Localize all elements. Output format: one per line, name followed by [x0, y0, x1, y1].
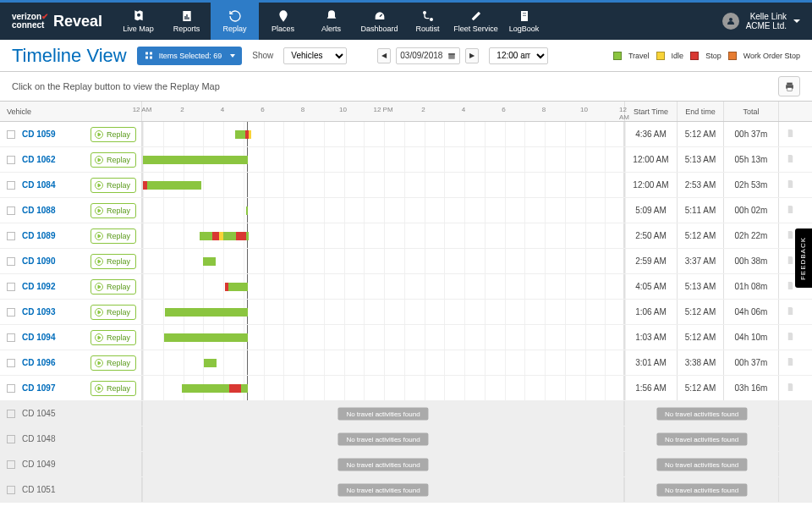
document-icon[interactable]: [786, 204, 795, 217]
row-checkbox[interactable]: [7, 206, 15, 215]
total-time: 00h 38m: [723, 249, 778, 273]
replay-button[interactable]: Replay: [91, 203, 136, 218]
timeline-segment[interactable]: [143, 156, 248, 164]
nav-live-map[interactable]: Live Map: [114, 3, 162, 40]
vehicle-link[interactable]: CD 1096: [22, 358, 55, 367]
replay-button[interactable]: Replay: [91, 127, 136, 142]
vehicle-link[interactable]: CD 1090: [22, 256, 55, 266]
vehicle-link[interactable]: CD 1062: [22, 155, 55, 164]
timeline-segment[interactable]: [246, 206, 248, 215]
timeline-segment[interactable]: [235, 130, 245, 139]
row-checkbox[interactable]: [7, 181, 15, 190]
vehicle-link[interactable]: CD 1088: [22, 206, 55, 215]
timeline-segment[interactable]: [200, 232, 212, 240]
svg-rect-3: [186, 14, 187, 19]
date-prev-button[interactable]: ◀: [377, 48, 391, 63]
document-icon[interactable]: [786, 128, 795, 140]
nav-alerts[interactable]: Alerts: [307, 3, 355, 40]
nav-fleet-service[interactable]: Fleet Service: [452, 3, 500, 40]
document-icon[interactable]: [786, 229, 795, 242]
svg-marker-34: [98, 285, 101, 289]
nav-reports[interactable]: Reports: [162, 3, 211, 40]
show-select[interactable]: Vehicles: [283, 47, 347, 64]
nav-routist[interactable]: Routist: [403, 3, 452, 40]
document-icon[interactable]: [786, 356, 795, 369]
timeline-segment[interactable]: [182, 384, 229, 393]
document-icon[interactable]: [786, 280, 795, 293]
timeline-segment[interactable]: [164, 333, 248, 342]
vehicle-link[interactable]: CD 1059: [22, 129, 55, 139]
start-time: 4:05 AM: [624, 274, 677, 299]
timeline-segment[interactable]: [203, 257, 216, 266]
svg-point-0: [137, 14, 140, 17]
feedback-tab[interactable]: FEEDBACK: [795, 228, 812, 288]
replay-button[interactable]: Replay: [91, 381, 136, 396]
vehicle-link[interactable]: CD 1049: [22, 460, 55, 469]
row-checkbox[interactable]: [7, 486, 15, 494]
replay-button[interactable]: Replay: [91, 355, 136, 371]
document-icon[interactable]: [786, 179, 795, 191]
row-checkbox[interactable]: [7, 359, 15, 367]
replay-button[interactable]: Replay: [91, 228, 136, 244]
row-checkbox[interactable]: [7, 333, 15, 342]
col-start: Start Time: [624, 102, 677, 121]
document-icon[interactable]: [786, 382, 795, 394]
row-checkbox[interactable]: [7, 410, 15, 418]
document-icon[interactable]: [786, 255, 795, 267]
vehicle-link[interactable]: CD 1084: [22, 180, 55, 190]
replay-button[interactable]: Replay: [91, 305, 136, 320]
row-checkbox[interactable]: [7, 435, 15, 443]
timeline-segment[interactable]: [246, 232, 249, 240]
timeline-segment[interactable]: [229, 384, 241, 393]
timeline-segment[interactable]: [212, 232, 219, 240]
print-button[interactable]: [778, 76, 800, 96]
replay-button[interactable]: Replay: [91, 330, 136, 345]
timeline-segment[interactable]: [236, 232, 246, 240]
total-time: 03h 16m: [723, 376, 778, 400]
timeline-segment[interactable]: [249, 130, 251, 139]
row-checkbox[interactable]: [7, 232, 15, 240]
replay-button[interactable]: Replay: [91, 178, 136, 193]
document-icon[interactable]: [786, 306, 795, 318]
timeline-segment[interactable]: [228, 283, 248, 291]
timeline-segment[interactable]: [204, 359, 217, 367]
row-checkbox[interactable]: [7, 283, 15, 291]
row-checkbox[interactable]: [7, 257, 15, 266]
total-time: 04h 06m: [723, 300, 778, 324]
show-label: Show: [252, 51, 273, 60]
vehicle-link[interactable]: CD 1051: [22, 485, 55, 494]
vehicle-link[interactable]: CD 1089: [22, 231, 55, 240]
vehicle-link[interactable]: CD 1097: [22, 383, 55, 393]
row-checkbox[interactable]: [7, 308, 15, 317]
timeline-segment[interactable]: [147, 181, 201, 190]
date-next-button[interactable]: ▶: [465, 48, 479, 63]
items-selected-button[interactable]: Items Selected: 69: [137, 47, 243, 65]
timeline-segment[interactable]: [165, 308, 248, 317]
document-icon[interactable]: [786, 331, 795, 344]
vehicle-link[interactable]: CD 1092: [22, 282, 55, 291]
row-checkbox[interactable]: [7, 460, 15, 469]
row-checkbox[interactable]: [7, 130, 15, 139]
replay-button[interactable]: Replay: [91, 254, 136, 269]
start-time: 4:36 AM: [624, 122, 677, 146]
nav-dashboard[interactable]: Dashboard: [355, 3, 403, 40]
row-checkbox[interactable]: [7, 156, 15, 164]
vehicle-link[interactable]: CD 1048: [22, 434, 55, 443]
vehicle-link[interactable]: CD 1094: [22, 333, 55, 342]
vehicle-link[interactable]: CD 1093: [22, 307, 55, 317]
replay-button[interactable]: Replay: [91, 152, 136, 168]
time-select[interactable]: 12:00 am: [489, 47, 548, 64]
timeline-segment[interactable]: [241, 384, 248, 393]
vehicle-link[interactable]: CD 1045: [22, 409, 55, 418]
table-header: Vehicle 12 AM24681012 PM24681012 AM Star…: [0, 102, 812, 122]
user-menu[interactable]: Kelle LinkACME Ltd.: [722, 12, 812, 30]
nav-places[interactable]: Places: [259, 3, 307, 40]
date-input[interactable]: 03/09/2018: [396, 47, 460, 64]
document-icon[interactable]: [786, 153, 795, 166]
nav-logbook[interactable]: LogBook: [500, 3, 548, 40]
nav-replay[interactable]: Replay: [211, 3, 259, 40]
timeline-segment[interactable]: [223, 232, 236, 240]
start-time: 3:01 AM: [624, 350, 677, 375]
row-checkbox[interactable]: [7, 384, 15, 393]
replay-button[interactable]: Replay: [91, 279, 136, 295]
